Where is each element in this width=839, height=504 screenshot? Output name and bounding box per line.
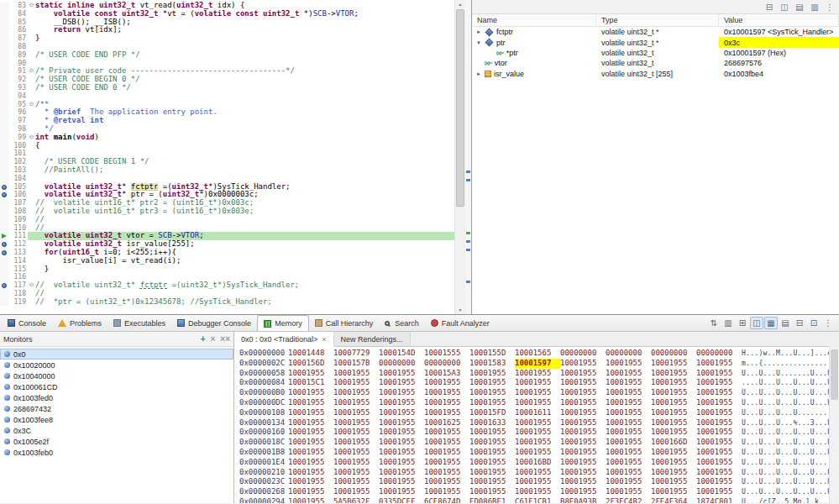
- gutter-annotation[interactable]: [0, 249, 9, 257]
- memory-scrollbar-thumb[interactable]: [831, 349, 838, 400]
- memory-cell[interactable]: 10001565: [515, 349, 560, 359]
- column-header-type[interactable]: Type: [596, 14, 719, 26]
- gutter-annotation[interactable]: [0, 117, 9, 125]
- memory-cell[interactable]: 10001955: [379, 428, 424, 438]
- memory-cell[interactable]: 10001955: [560, 359, 606, 369]
- memory-cell[interactable]: 10001955: [333, 428, 379, 438]
- memory-address[interactable]: 0x000000B0: [234, 388, 288, 398]
- memory-cell[interactable]: 10001955: [515, 468, 560, 478]
- line-number[interactable]: 94: [9, 92, 28, 101]
- memory-cell[interactable]: 10001955: [288, 497, 333, 503]
- line-number[interactable]: 113: [9, 249, 28, 257]
- memory-scrollbar[interactable]: [829, 346, 839, 503]
- fold-marker[interactable]: [28, 290, 35, 298]
- gutter-annotation[interactable]: [0, 92, 9, 101]
- code-line[interactable]: 113 for(uint16_t i=0; i<255;i++){: [0, 249, 454, 257]
- line-number[interactable]: 90: [9, 60, 28, 68]
- overview-mark[interactable]: [466, 232, 470, 234]
- memory-cell[interactable]: 100015FD: [469, 408, 515, 418]
- variable-row[interactable]: ▾ptrvolatile uint32_t *0x3c: [472, 37, 839, 47]
- line-number[interactable]: 93: [9, 84, 28, 92]
- line-number[interactable]: 111: [9, 232, 28, 240]
- code-text[interactable]: volatile uint32_t isr_value[255];: [35, 240, 454, 249]
- fold-marker[interactable]: ⊖: [28, 2, 35, 10]
- fold-marker[interactable]: [28, 199, 35, 207]
- memory-cell[interactable]: 10001955: [606, 398, 651, 408]
- overview-mark[interactable]: [466, 281, 470, 283]
- memory-cell[interactable]: 10001955: [606, 487, 651, 497]
- memory-cell[interactable]: 5A5B632F: [333, 497, 379, 503]
- line-number[interactable]: 87: [9, 34, 28, 43]
- memory-row[interactable]: 0x00000268100019551000195510001955100019…: [234, 487, 829, 497]
- code-text[interactable]: //: [35, 216, 454, 224]
- view-menu-icon[interactable]: ⋮: [823, 3, 836, 12]
- layout-icon[interactable]: ▥: [808, 3, 821, 12]
- line-number[interactable]: 107: [9, 199, 28, 207]
- line-number[interactable]: 97: [9, 117, 28, 125]
- memory-cell[interactable]: 10001955: [696, 487, 742, 497]
- gutter-annotation[interactable]: [0, 191, 9, 199]
- fold-marker[interactable]: [28, 117, 35, 125]
- memory-cell[interactable]: 10001955: [288, 438, 333, 448]
- monitor-item[interactable]: 0x10040000: [0, 370, 233, 381]
- memory-cell[interactable]: 10001955: [696, 438, 742, 448]
- memory-cell[interactable]: 10001955: [606, 418, 651, 428]
- gutter-annotation[interactable]: [0, 2, 9, 10]
- memory-address[interactable]: 0x00000294: [234, 497, 288, 503]
- memory-cell[interactable]: 10001955: [333, 378, 379, 388]
- gutter-annotation[interactable]: [0, 175, 9, 183]
- code-line[interactable]: 96 * @brief The application entry point.: [0, 108, 454, 117]
- memory-cell[interactable]: 10001955: [333, 477, 379, 487]
- gutter-annotation[interactable]: [0, 43, 9, 51]
- export-memory-icon[interactable]: ▥: [721, 317, 735, 329]
- code-text[interactable]: // volatile uint32_t* fctptr =(uint32_t*…: [35, 281, 454, 290]
- breakpoint-icon[interactable]: [2, 250, 7, 255]
- minimize-view-icon[interactable]: ⊟: [793, 317, 806, 329]
- memory-cell[interactable]: ED086BE1: [469, 497, 515, 503]
- line-number[interactable]: 98: [9, 125, 28, 134]
- memory-address[interactable]: 0x00000000: [234, 349, 288, 359]
- memory-cell[interactable]: 6CE8674D: [424, 497, 469, 503]
- memory-cell[interactable]: 10001955: [333, 448, 379, 458]
- memory-cell[interactable]: 10001955: [696, 428, 742, 438]
- variable-type-cell[interactable]: volatile uint32_t *: [596, 37, 719, 47]
- variable-type-cell[interactable]: volatile uint32_t: [596, 58, 719, 68]
- line-number[interactable]: 114: [9, 257, 28, 265]
- code-line[interactable]: 97 * @retval int: [0, 117, 454, 125]
- gutter-annotation[interactable]: [0, 142, 9, 150]
- code-line[interactable]: 95⊖/**: [0, 101, 454, 109]
- code-text[interactable]: isr_value[i] = vt_read(i);: [35, 257, 454, 265]
- code-line[interactable]: 109//: [0, 216, 454, 224]
- gutter-annotation[interactable]: [0, 34, 9, 43]
- add-monitor-icon[interactable]: +: [201, 335, 206, 344]
- memory-cell[interactable]: 10001955: [288, 418, 333, 428]
- memory-cell[interactable]: 10001955: [469, 398, 515, 408]
- code-line[interactable]: 91⊖/* Private user code ----------------…: [0, 67, 454, 76]
- memory-cell[interactable]: 10001633: [469, 418, 515, 428]
- memory-address[interactable]: 0x00000268: [234, 487, 288, 497]
- memory-cell[interactable]: 10001955: [469, 378, 515, 388]
- memory-cell[interactable]: 10001955: [515, 388, 560, 398]
- gutter-annotation[interactable]: [0, 281, 9, 290]
- memory-row[interactable]: 0x00000058100019551000195510001955100015…: [234, 369, 829, 379]
- fold-marker[interactable]: [28, 125, 35, 134]
- monitor-item[interactable]: 0x10020000: [0, 360, 233, 370]
- editor-scrollbar-thumb[interactable]: [456, 9, 464, 207]
- memory-cell[interactable]: 10001955: [379, 378, 424, 388]
- memory-cell[interactable]: 10001955: [651, 487, 696, 497]
- code-line[interactable]: 102 /* USER CODE BEGIN 1 */: [0, 158, 454, 166]
- memory-cell[interactable]: 10001955: [379, 487, 424, 497]
- gutter-annotation[interactable]: [0, 265, 9, 274]
- memory-cell[interactable]: 10001955: [560, 438, 606, 448]
- memory-cell[interactable]: 10001955: [606, 388, 651, 398]
- variable-value-cell[interactable]: 268697576: [719, 58, 839, 68]
- memory-row[interactable]: 0x00000160100019551000195510001955100019…: [234, 428, 829, 438]
- memory-rendering-tab[interactable]: 0x0 : 0x0 <Traditional> ×: [234, 332, 334, 347]
- code-line[interactable]: 115 }: [0, 265, 454, 274]
- memory-cell[interactable]: 10001955: [424, 477, 469, 487]
- memory-cell[interactable]: 10001955: [469, 487, 515, 497]
- line-number[interactable]: 117: [9, 281, 28, 290]
- code-line[interactable]: 99⊖int main(void): [0, 134, 454, 142]
- code-text[interactable]: // volatile uint16_t* ptr3 = (uint16_t*)…: [35, 207, 454, 216]
- tab-search[interactable]: Search: [379, 315, 425, 331]
